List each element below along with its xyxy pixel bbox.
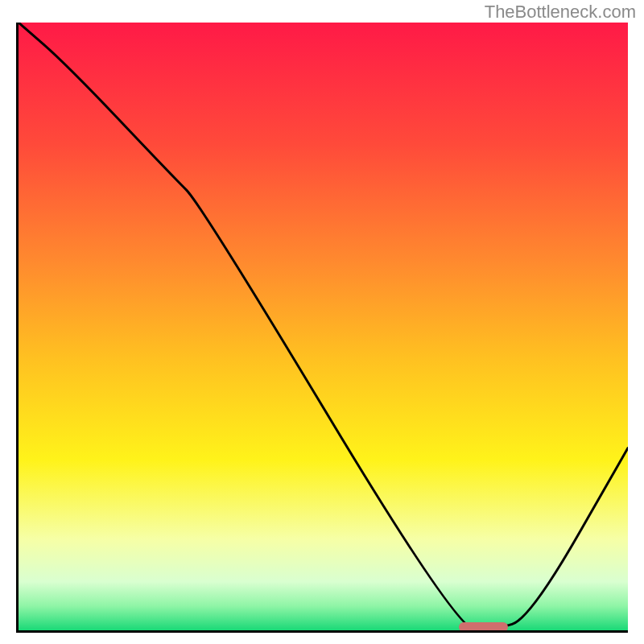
bottleneck-chart: TheBottleneck.com (0, 0, 644, 644)
bottleneck-curve (19, 23, 628, 630)
optimal-range-marker (459, 622, 508, 632)
watermark-label: TheBottleneck.com (485, 2, 636, 23)
plot-area (16, 23, 628, 633)
